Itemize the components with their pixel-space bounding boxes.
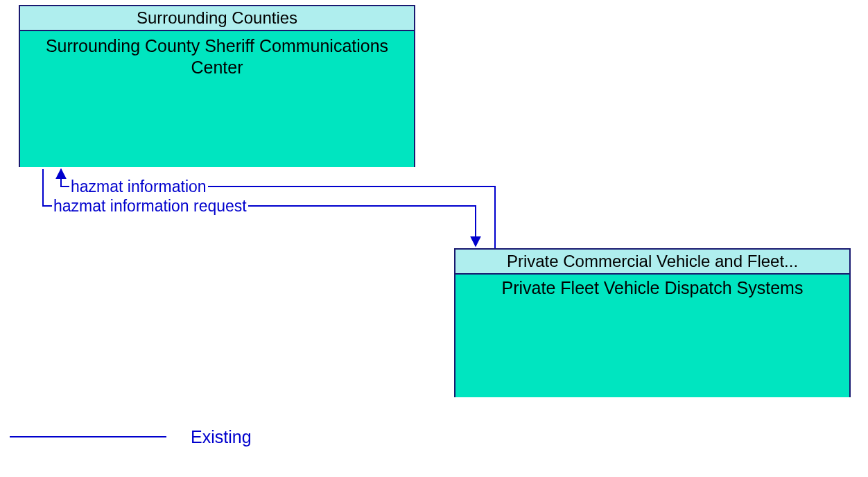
architecture-diagram: Surrounding Counties Surrounding County … — [0, 0, 868, 477]
legend-text: Existing — [191, 427, 252, 446]
flow-label-hazmat-information-request: hazmat information request — [52, 197, 248, 216]
entity-header: Private Commercial Vehicle and Fleet... — [455, 250, 849, 275]
legend-label-existing: Existing — [191, 427, 252, 447]
flow-label-hazmat-information: hazmat information — [69, 177, 208, 196]
entity-header-label: Private Commercial Vehicle and Fleet... — [507, 252, 798, 270]
entity-header: Surrounding Counties — [20, 6, 414, 31]
entity-header-label: Surrounding Counties — [137, 8, 297, 27]
entity-body-label: Surrounding County Sheriff Communication… — [26, 33, 408, 79]
entity-body-label: Private Fleet Vehicle Dispatch Systems — [461, 276, 844, 299]
entity-body: Private Fleet Vehicle Dispatch Systems — [455, 275, 849, 397]
entity-box-private-fleet-dispatch: Private Commercial Vehicle and Fleet... … — [454, 248, 851, 397]
entity-body: Surrounding County Sheriff Communication… — [20, 31, 414, 167]
entity-box-surrounding-county-sheriff: Surrounding Counties Surrounding County … — [19, 5, 415, 167]
flow-text: hazmat information — [71, 177, 207, 196]
flow-text: hazmat information request — [53, 197, 247, 215]
